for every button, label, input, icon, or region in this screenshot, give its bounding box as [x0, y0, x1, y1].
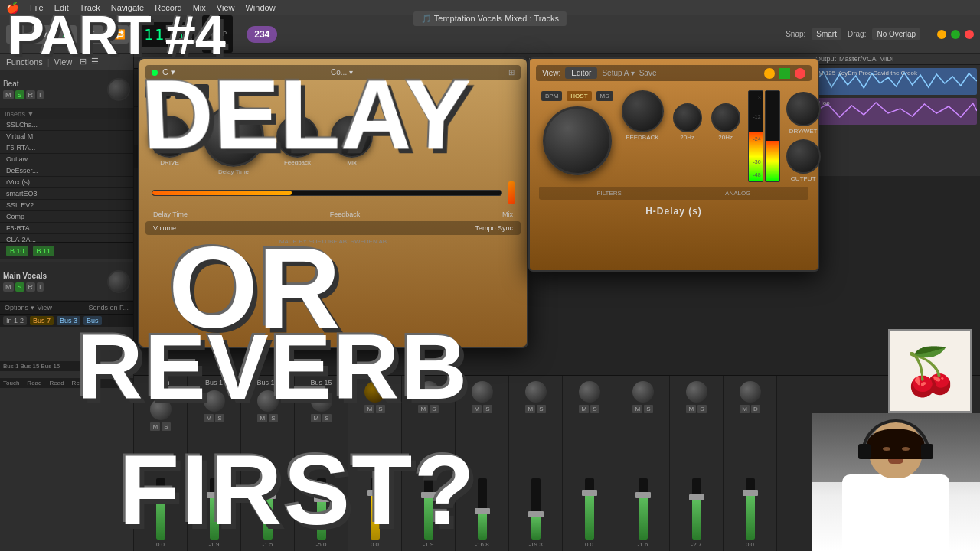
plugin-f6rta[interactable]: F6-RTA... — [0, 142, 133, 154]
vocals-mute-btn[interactable]: M — [3, 282, 14, 292]
hdelay-view-mode[interactable]: Editor — [565, 67, 597, 79]
ch8-mute[interactable]: M — [579, 405, 589, 413]
window-maximize-hdelay[interactable] — [779, 68, 790, 79]
ch11-pan[interactable] — [740, 381, 761, 403]
ch2-mute[interactable]: M — [257, 414, 267, 422]
hdelay-plugin[interactable]: View: Editor Setup A ▾ Save BPM HOST MS — [528, 57, 819, 272]
loop-button[interactable]: 🔁 — [110, 25, 129, 44]
ch10-solo[interactable]: S — [697, 405, 706, 413]
plugin-sscha[interactable]: SSLCha... — [0, 119, 133, 131]
beat-mute-btn[interactable]: M — [3, 90, 14, 99]
ch2-solo[interactable]: S — [269, 414, 277, 422]
hdelay-feedback-knob[interactable] — [622, 90, 664, 132]
mix-knob[interactable] — [331, 116, 373, 158]
menu-record[interactable]: Record — [155, 3, 181, 12]
drag-value[interactable]: No Overlap — [872, 28, 920, 40]
plugin-deesser[interactable]: DeEsser... — [0, 165, 133, 177]
window-minimize-hdelay[interactable] — [764, 68, 775, 79]
ch2-pan[interactable] — [257, 390, 279, 412]
bus-channel[interactable]: Bus — [83, 316, 102, 325]
ch6-solo[interactable]: S — [483, 405, 492, 413]
ch0-pan[interactable] — [150, 399, 172, 420]
plugin-outlaw[interactable]: Outlaw — [0, 154, 133, 165]
ch1-solo[interactable]: S — [215, 414, 224, 422]
ch8-pan[interactable] — [579, 381, 600, 403]
menu-file[interactable]: File — [30, 3, 44, 12]
plugin-rvox[interactable]: rVox (s)... — [0, 177, 133, 188]
ch0-mute[interactable]: M — [150, 422, 160, 431]
ch7-solo[interactable]: S — [537, 405, 545, 413]
hdelay-hipass-knob[interactable] — [673, 103, 702, 132]
hdelay-lopass-knob[interactable] — [711, 103, 740, 132]
ch4-pan[interactable] — [364, 381, 386, 403]
tube-delay-plugin[interactable]: C ▾ Co... ▾ ⊞ ON ◀ ▶ DRIVE Delay Time Fe… — [138, 57, 528, 348]
plugin-f6rta2[interactable]: F6-RTA... — [0, 223, 133, 234]
menu-mix[interactable]: Mix — [193, 3, 206, 12]
plugin-cla2a[interactable]: CLA-2A... — [0, 234, 133, 242]
back-button[interactable]: ◀◀ — [32, 25, 51, 44]
b10-bus[interactable]: B 10 — [6, 246, 28, 256]
functions-menu-btn[interactable]: Functions — [6, 57, 43, 67]
beat-rec-btn[interactable]: R — [26, 90, 36, 99]
plugin-sslev[interactable]: SSL EV2... — [0, 200, 133, 211]
ch9-mute[interactable]: M — [632, 405, 642, 413]
window-maximize[interactable] — [951, 30, 960, 39]
ch7-pan[interactable] — [525, 381, 547, 403]
window-minimize[interactable] — [937, 30, 946, 39]
ch6-pan[interactable] — [472, 381, 493, 403]
ch1-pan[interactable] — [204, 390, 225, 412]
feedback-knob[interactable] — [276, 116, 318, 158]
on-indicator[interactable]: ON — [145, 86, 171, 99]
plugin-comp[interactable]: Comp — [0, 211, 133, 223]
snap-value[interactable]: Smart — [812, 28, 841, 40]
bus3-channel[interactable]: Bus 3 — [57, 316, 80, 325]
nav-back[interactable]: ◀ — [175, 84, 191, 99]
menu-apple[interactable]: 🍎 — [6, 2, 19, 14]
ch3-mute[interactable]: M — [311, 414, 321, 422]
ch9-pan[interactable] — [632, 381, 654, 403]
window-close[interactable] — [965, 30, 974, 39]
window-close-hdelay[interactable] — [795, 68, 805, 79]
ch11-d[interactable]: D — [751, 405, 760, 413]
output-knob[interactable] — [786, 139, 821, 174]
list-icon[interactable]: ☰ — [91, 57, 99, 67]
ch10-pan[interactable] — [686, 381, 707, 403]
host-btn[interactable]: HOST — [567, 91, 591, 101]
ch5-pan[interactable] — [418, 381, 439, 403]
ch5-solo[interactable]: S — [430, 405, 438, 413]
plugin-smarteq[interactable]: smartEQ3 — [0, 188, 133, 200]
hdelay-setup-label[interactable]: Setup A ▾ — [602, 69, 634, 77]
b11-bus[interactable]: B 11 — [33, 246, 55, 256]
vocals-solo-btn[interactable]: S — [15, 282, 24, 292]
ch8-solo[interactable]: S — [590, 405, 599, 413]
vocals-insert-btn[interactable]: I — [37, 282, 44, 292]
ch6-mute[interactable]: M — [472, 405, 482, 413]
play-button[interactable]: ▶ — [58, 25, 77, 44]
menu-view[interactable]: View — [217, 3, 235, 12]
ch10-mute[interactable]: M — [686, 405, 696, 413]
in12-input[interactable]: In 1-2 — [3, 316, 27, 325]
options-btn[interactable]: Options ▾ — [5, 304, 34, 311]
ch9-solo[interactable]: S — [644, 405, 652, 413]
forward-button[interactable]: ▶▶ — [84, 25, 103, 44]
menu-window[interactable]: Window — [245, 3, 275, 12]
menu-edit[interactable]: Edit — [54, 3, 69, 12]
view-btn[interactable]: View — [38, 304, 52, 311]
hdelay-main-knob[interactable] — [543, 106, 612, 175]
beat-insert-btn[interactable]: I — [37, 90, 44, 99]
bus7-channel[interactable]: Bus 7 — [30, 316, 54, 325]
ms-btn[interactable]: MS — [596, 91, 613, 101]
ch3-solo[interactable]: S — [322, 414, 331, 422]
beat-solo-btn[interactable]: S — [15, 90, 24, 99]
vocals-rec-btn[interactable]: R — [26, 282, 36, 292]
menu-navigate[interactable]: Navigate — [111, 3, 144, 12]
view-menu-btn[interactable]: View — [54, 57, 73, 67]
ch7-mute[interactable]: M — [525, 405, 535, 413]
ch11-mute[interactable]: M — [740, 405, 750, 413]
ch5-mute[interactable]: M — [418, 405, 428, 413]
ch4-mute[interactable]: M — [364, 405, 374, 413]
menu-track[interactable]: Track — [80, 3, 100, 12]
nav-fwd[interactable]: ▶ — [194, 84, 209, 99]
bpm-btn[interactable]: BPM — [541, 91, 562, 101]
ch3-pan[interactable] — [311, 390, 332, 412]
